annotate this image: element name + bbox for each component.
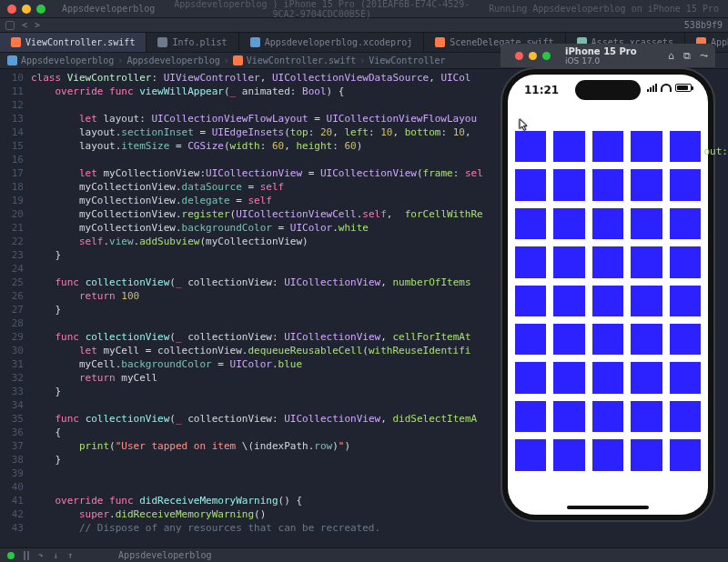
window-traffic-lights[interactable] bbox=[0, 5, 53, 14]
collection-cell[interactable] bbox=[553, 286, 584, 316]
breadcrumb-segment[interactable]: ViewController.swift bbox=[247, 55, 356, 65]
line-number: 40 bbox=[0, 480, 24, 494]
collection-cell[interactable] bbox=[670, 246, 701, 277]
line-number: 41 bbox=[0, 494, 24, 507]
collection-cell[interactable] bbox=[515, 401, 546, 432]
collection-cell[interactable] bbox=[670, 286, 701, 316]
collection-cell[interactable] bbox=[670, 401, 701, 432]
tab-label: Appsdeveloperblog.xcodeproj bbox=[265, 37, 413, 47]
minimize-icon[interactable] bbox=[529, 52, 537, 60]
home-icon[interactable]: ⌂ bbox=[668, 50, 674, 62]
collection-cell[interactable] bbox=[553, 169, 584, 200]
collection-cell[interactable] bbox=[515, 324, 546, 355]
collection-cell[interactable] bbox=[553, 324, 584, 355]
collection-cell[interactable] bbox=[592, 362, 623, 393]
line-number: 37 bbox=[0, 439, 24, 453]
breadcrumb-segment[interactable]: ViewController bbox=[369, 55, 445, 65]
simulator-window[interactable]: iPhone 15 Pro iOS 17.0 ⌂ ⧉ ⤳ 11:21 bbox=[500, 44, 715, 522]
line-number: 35 bbox=[0, 412, 24, 426]
collection-cell[interactable] bbox=[631, 439, 662, 470]
close-icon[interactable] bbox=[7, 5, 16, 14]
editor-tab[interactable]: Appsdeveloperblog.xcodeproj bbox=[239, 33, 425, 52]
collection-cell[interactable] bbox=[670, 208, 701, 239]
line-number-gutter: 1011121314151617181920212223242526272829… bbox=[0, 69, 31, 547]
collection-cell[interactable] bbox=[515, 439, 546, 470]
breadcrumb-segment[interactable]: Appsdeveloperblog bbox=[126, 55, 219, 65]
line-number: 11 bbox=[0, 85, 24, 98]
collection-cell[interactable] bbox=[670, 362, 701, 393]
nav-back-icon[interactable]: < bbox=[22, 20, 27, 30]
step-in-icon[interactable]: ↓ bbox=[53, 550, 58, 560]
collection-cell[interactable] bbox=[631, 208, 662, 239]
editor-tab[interactable]: ViewController.swift bbox=[0, 33, 147, 52]
line-number: 21 bbox=[0, 221, 24, 235]
collection-cell[interactable] bbox=[631, 169, 662, 200]
collection-cell[interactable] bbox=[592, 169, 623, 200]
line-number: 18 bbox=[0, 180, 24, 194]
collection-cell[interactable] bbox=[592, 131, 623, 162]
scheme-label[interactable]: Appsdeveloperblog bbox=[118, 550, 211, 560]
collection-cell[interactable] bbox=[592, 208, 623, 239]
home-indicator[interactable] bbox=[567, 506, 649, 509]
line-number: 30 bbox=[0, 344, 24, 357]
collection-cell[interactable] bbox=[631, 324, 662, 355]
sidebar-toggle-icon[interactable] bbox=[5, 21, 15, 30]
collection-view[interactable] bbox=[508, 115, 708, 502]
rotate-icon[interactable]: ⤳ bbox=[700, 50, 708, 62]
collection-cell[interactable] bbox=[592, 324, 623, 355]
code-line[interactable]: // Dispose of any resources that can be … bbox=[31, 521, 728, 535]
collection-cell[interactable] bbox=[515, 286, 546, 316]
collection-cell[interactable] bbox=[515, 246, 546, 277]
collection-cell[interactable] bbox=[631, 131, 662, 162]
collection-cell[interactable] bbox=[553, 401, 584, 432]
minimize-icon[interactable] bbox=[22, 5, 31, 14]
collection-cell[interactable] bbox=[553, 362, 584, 393]
collection-cell[interactable] bbox=[515, 131, 546, 162]
collection-cell[interactable] bbox=[515, 362, 546, 393]
collection-cell[interactable] bbox=[631, 246, 662, 277]
simulator-titlebar: iPhone 15 Pro iOS 17.0 ⌂ ⧉ ⤳ bbox=[500, 44, 715, 67]
line-number: 39 bbox=[0, 467, 24, 480]
collection-cell[interactable] bbox=[515, 208, 546, 239]
line-number: 23 bbox=[0, 248, 24, 262]
nav-fwd-icon[interactable]: > bbox=[35, 20, 40, 30]
collection-cell[interactable] bbox=[553, 208, 584, 239]
collection-cell[interactable] bbox=[670, 324, 701, 355]
plist-file-icon bbox=[157, 37, 167, 47]
collection-cell[interactable] bbox=[670, 131, 701, 162]
zoom-icon[interactable] bbox=[36, 5, 46, 14]
step-over-icon[interactable]: ↷ bbox=[38, 550, 44, 560]
collection-cell[interactable] bbox=[631, 286, 662, 316]
collection-cell[interactable] bbox=[592, 286, 623, 316]
collection-cell[interactable] bbox=[631, 362, 662, 393]
collection-cell[interactable] bbox=[553, 131, 584, 162]
line-number: 17 bbox=[0, 166, 24, 180]
collection-cell[interactable] bbox=[670, 169, 701, 200]
collection-cell[interactable] bbox=[592, 246, 623, 277]
tab-label: ViewController.swift bbox=[25, 37, 135, 47]
collection-cell[interactable] bbox=[592, 401, 623, 432]
wifi-icon bbox=[661, 84, 672, 92]
zoom-icon[interactable] bbox=[542, 52, 551, 60]
pause-icon[interactable] bbox=[24, 551, 25, 560]
collection-cell[interactable] bbox=[553, 439, 584, 470]
project-title: Appsdeveloperblog bbox=[53, 4, 164, 14]
collection-cell[interactable] bbox=[670, 439, 701, 470]
close-icon[interactable] bbox=[515, 52, 523, 60]
breadcrumb-segment[interactable]: Appsdeveloperblog bbox=[21, 55, 114, 65]
line-number: 36 bbox=[0, 426, 24, 439]
line-number: 27 bbox=[0, 303, 24, 316]
line-number: 32 bbox=[0, 371, 24, 385]
line-number: 12 bbox=[0, 98, 24, 112]
collection-cell[interactable] bbox=[631, 401, 662, 432]
line-number: 29 bbox=[0, 330, 24, 344]
pause-icon[interactable] bbox=[27, 551, 29, 560]
device-screen[interactable]: 11:21 bbox=[508, 75, 708, 515]
sim-traffic-lights[interactable] bbox=[508, 52, 558, 60]
collection-cell[interactable] bbox=[592, 439, 623, 470]
collection-cell[interactable] bbox=[515, 169, 546, 200]
editor-tab[interactable]: Info.plist bbox=[147, 33, 238, 52]
step-out-icon[interactable]: ↑ bbox=[67, 550, 73, 560]
screenshot-icon[interactable]: ⧉ bbox=[683, 50, 691, 62]
collection-cell[interactable] bbox=[553, 246, 584, 277]
